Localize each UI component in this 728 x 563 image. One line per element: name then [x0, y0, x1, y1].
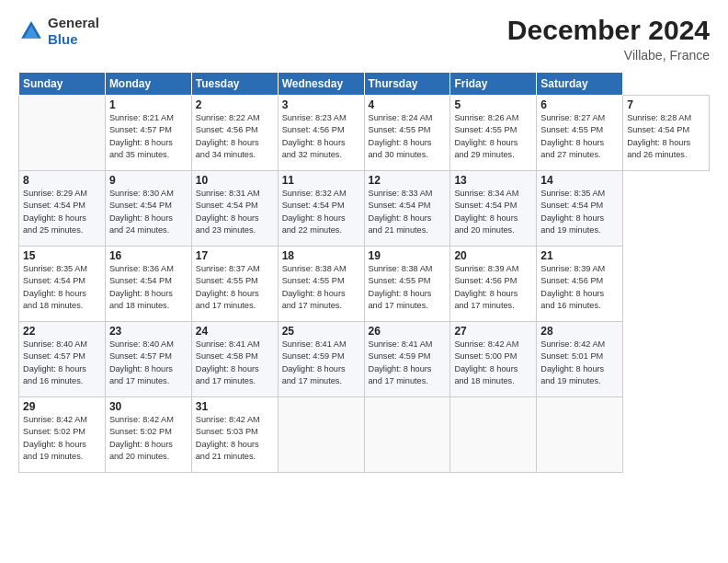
- daylight: Daylight: 8 hours and 16 minutes.: [540, 289, 604, 310]
- sunrise: Sunrise: 8:27 AM: [540, 113, 605, 122]
- sunrise: Sunrise: 8:41 AM: [369, 339, 433, 349]
- calendar-table: Sunday Monday Tuesday Wednesday Thursday…: [18, 72, 710, 473]
- calendar-cell: 12 Sunrise: 8:33 AM Sunset: 4:54 PM Dayl…: [364, 171, 450, 247]
- day-number: 12: [369, 174, 447, 187]
- day-number: 11: [282, 174, 360, 187]
- sunrise: Sunrise: 8:41 AM: [196, 339, 260, 349]
- day-info: Sunrise: 8:40 AM Sunset: 4:57 PM Dayligh…: [109, 339, 188, 387]
- daylight: Daylight: 8 hours and 26 minutes.: [627, 138, 690, 159]
- day-info: Sunrise: 8:34 AM Sunset: 4:54 PM Dayligh…: [454, 188, 532, 236]
- sunrise: Sunrise: 8:40 AM: [23, 339, 87, 349]
- logo-text: General Blue: [48, 15, 99, 48]
- day-number: 9: [109, 174, 188, 187]
- sunrise: Sunrise: 8:35 AM: [540, 189, 605, 198]
- sunset: Sunset: 4:57 PM: [23, 351, 85, 361]
- day-info: Sunrise: 8:41 AM Sunset: 4:58 PM Dayligh…: [196, 339, 274, 387]
- sunset: Sunset: 4:58 PM: [196, 351, 258, 361]
- sunset: Sunset: 4:54 PM: [23, 201, 85, 210]
- sunset: Sunset: 4:54 PM: [282, 201, 345, 210]
- calendar-cell: [364, 397, 450, 473]
- day-number: 23: [109, 325, 188, 338]
- sunset: Sunset: 5:02 PM: [23, 427, 85, 436]
- week-row-1: 1 Sunrise: 8:21 AM Sunset: 4:57 PM Dayli…: [19, 96, 710, 171]
- sunrise: Sunrise: 8:30 AM: [109, 189, 174, 198]
- daylight: Daylight: 8 hours and 35 minutes.: [109, 138, 173, 159]
- col-wednesday: Wednesday: [278, 73, 364, 96]
- sunset: Sunset: 4:54 PM: [109, 201, 172, 210]
- day-info: Sunrise: 8:41 AM Sunset: 4:59 PM Dayligh…: [369, 339, 447, 387]
- sunset: Sunset: 4:55 PM: [196, 276, 258, 285]
- day-info: Sunrise: 8:38 AM Sunset: 4:55 PM Dayligh…: [282, 263, 360, 312]
- sunset: Sunset: 4:55 PM: [454, 125, 517, 134]
- sunset: Sunset: 4:54 PM: [23, 276, 85, 285]
- calendar-cell: 17 Sunrise: 8:37 AM Sunset: 4:55 PM Dayl…: [191, 247, 278, 322]
- daylight: Daylight: 8 hours and 20 minutes.: [454, 213, 518, 235]
- day-info: Sunrise: 8:23 AM Sunset: 4:56 PM Dayligh…: [282, 112, 360, 161]
- sunrise: Sunrise: 8:40 AM: [109, 339, 174, 349]
- day-number: 21: [540, 249, 619, 262]
- calendar-cell: 29 Sunrise: 8:42 AM Sunset: 5:02 PM Dayl…: [19, 397, 106, 473]
- calendar-cell: 23 Sunrise: 8:40 AM Sunset: 4:57 PM Dayl…: [105, 322, 191, 397]
- daylight: Daylight: 8 hours and 18 minutes.: [454, 364, 518, 385]
- day-info: Sunrise: 8:40 AM Sunset: 4:57 PM Dayligh…: [23, 339, 101, 387]
- sunset: Sunset: 4:54 PM: [109, 276, 172, 285]
- col-saturday: Saturday: [537, 73, 623, 96]
- day-number: 31: [196, 400, 274, 413]
- sunrise: Sunrise: 8:31 AM: [196, 189, 260, 198]
- day-info: Sunrise: 8:22 AM Sunset: 4:56 PM Dayligh…: [196, 112, 274, 161]
- sunset: Sunset: 4:55 PM: [369, 125, 431, 134]
- calendar-cell: 3 Sunrise: 8:23 AM Sunset: 4:56 PM Dayli…: [278, 96, 364, 171]
- daylight: Daylight: 8 hours and 21 minutes.: [196, 440, 259, 461]
- day-number: 19: [369, 249, 447, 262]
- day-number: 25: [282, 325, 360, 338]
- daylight: Daylight: 8 hours and 32 minutes.: [282, 138, 346, 159]
- week-row-3: 15 Sunrise: 8:35 AM Sunset: 4:54 PM Dayl…: [19, 247, 710, 322]
- sunrise: Sunrise: 8:33 AM: [369, 189, 433, 198]
- day-number: 30: [109, 400, 188, 413]
- title-block: December 2024 Villabe, France: [507, 15, 710, 63]
- sunrise: Sunrise: 8:42 AM: [23, 415, 87, 424]
- calendar-header-row: Sunday Monday Tuesday Wednesday Thursday…: [19, 73, 710, 96]
- day-number: 15: [23, 249, 101, 262]
- calendar-cell: [19, 96, 106, 171]
- day-number: 28: [540, 325, 619, 338]
- calendar-cell: 5 Sunrise: 8:26 AM Sunset: 4:55 PM Dayli…: [450, 96, 537, 171]
- daylight: Daylight: 8 hours and 19 minutes.: [23, 440, 86, 461]
- day-info: Sunrise: 8:27 AM Sunset: 4:55 PM Dayligh…: [540, 112, 619, 161]
- calendar-cell: 26 Sunrise: 8:41 AM Sunset: 4:59 PM Dayl…: [364, 322, 450, 397]
- day-number: 8: [23, 174, 101, 187]
- day-info: Sunrise: 8:33 AM Sunset: 4:54 PM Dayligh…: [369, 188, 447, 236]
- day-info: Sunrise: 8:39 AM Sunset: 4:56 PM Dayligh…: [454, 263, 532, 312]
- daylight: Daylight: 8 hours and 30 minutes.: [369, 138, 432, 159]
- sunset: Sunset: 4:59 PM: [282, 351, 345, 361]
- daylight: Daylight: 8 hours and 27 minutes.: [540, 138, 604, 159]
- day-number: 10: [196, 174, 274, 187]
- sunset: Sunset: 4:54 PM: [454, 201, 517, 210]
- day-info: Sunrise: 8:35 AM Sunset: 4:54 PM Dayligh…: [23, 263, 101, 312]
- daylight: Daylight: 8 hours and 24 minutes.: [109, 213, 173, 235]
- calendar-cell: 13 Sunrise: 8:34 AM Sunset: 4:54 PM Dayl…: [450, 171, 537, 247]
- day-number: 22: [23, 325, 101, 338]
- day-info: Sunrise: 8:42 AM Sunset: 5:02 PM Dayligh…: [23, 414, 101, 463]
- daylight: Daylight: 8 hours and 18 minutes.: [109, 289, 173, 310]
- col-friday: Friday: [450, 73, 537, 96]
- calendar-cell: 11 Sunrise: 8:32 AM Sunset: 4:54 PM Dayl…: [278, 171, 364, 247]
- sunset: Sunset: 4:59 PM: [369, 351, 431, 361]
- day-info: Sunrise: 8:39 AM Sunset: 4:56 PM Dayligh…: [540, 263, 619, 312]
- day-number: 2: [196, 98, 274, 111]
- sunrise: Sunrise: 8:37 AM: [196, 264, 260, 273]
- day-info: Sunrise: 8:42 AM Sunset: 5:03 PM Dayligh…: [196, 414, 274, 463]
- day-info: Sunrise: 8:42 AM Sunset: 5:00 PM Dayligh…: [454, 339, 532, 387]
- sunset: Sunset: 4:56 PM: [282, 125, 345, 134]
- daylight: Daylight: 8 hours and 17 minutes.: [369, 289, 432, 310]
- day-info: Sunrise: 8:38 AM Sunset: 4:55 PM Dayligh…: [369, 263, 447, 312]
- day-info: Sunrise: 8:37 AM Sunset: 4:55 PM Dayligh…: [196, 263, 274, 312]
- week-row-5: 29 Sunrise: 8:42 AM Sunset: 5:02 PM Dayl…: [19, 397, 710, 473]
- sunset: Sunset: 4:55 PM: [540, 125, 603, 134]
- daylight: Daylight: 8 hours and 21 minutes.: [369, 213, 432, 235]
- daylight: Daylight: 8 hours and 19 minutes.: [540, 213, 604, 235]
- daylight: Daylight: 8 hours and 29 minutes.: [454, 138, 518, 159]
- sunrise: Sunrise: 8:32 AM: [282, 189, 347, 198]
- calendar-cell: [450, 397, 537, 473]
- calendar-cell: 22 Sunrise: 8:40 AM Sunset: 4:57 PM Dayl…: [19, 322, 106, 397]
